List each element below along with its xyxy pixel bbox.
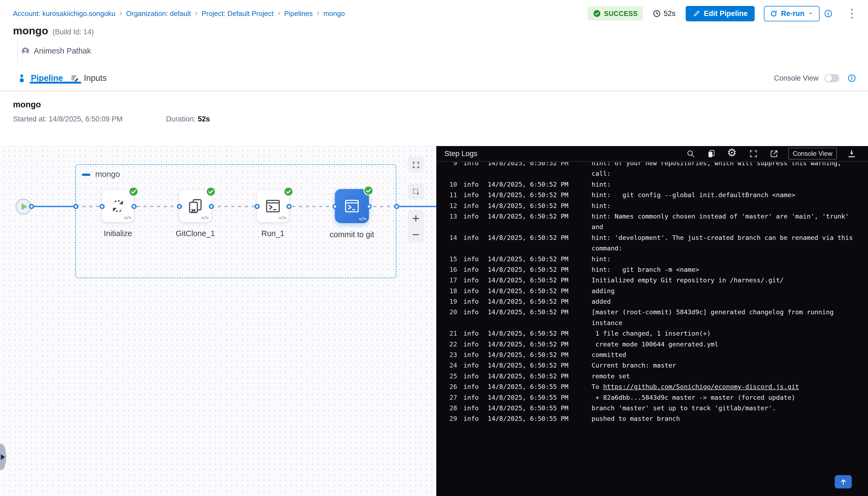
pipeline-canvas[interactable]: mongo </>Initialize</>GitClone_1</>Run_1… — [0, 146, 436, 496]
breadcrumb-item[interactable]: Project: Default Project — [202, 10, 274, 18]
copy-icon[interactable] — [707, 149, 716, 158]
log-message: + 82a6dbb...5843d9c master -> master (fo… — [592, 392, 868, 403]
edit-pipeline-button[interactable]: Edit Pipeline — [686, 6, 755, 21]
scroll-to-top-button[interactable] — [835, 475, 852, 489]
log-timestamp — [488, 243, 592, 254]
download-logs-icon[interactable] — [847, 149, 856, 158]
log-message: Current branch: master — [592, 360, 868, 371]
log-row-wrap: instance — [436, 318, 868, 328]
log-timestamp: 14/8/2025, 6:50:52 PM — [488, 328, 592, 339]
tab-inputs-label: Inputs — [84, 73, 107, 83]
connector-line — [31, 206, 76, 207]
log-row: 27info14/8/2025, 6:50:55 PM + 82a6dbb...… — [436, 392, 868, 403]
log-line-number: 16 — [436, 264, 457, 275]
console-view-info-icon[interactable] — [848, 74, 856, 82]
log-line-number — [436, 169, 457, 179]
log-row: 28info14/8/2025, 6:50:55 PMbranch 'maste… — [436, 403, 868, 414]
connector-dot — [29, 204, 34, 209]
author-name: Animesh Pathak — [34, 47, 91, 56]
zoom-in-button[interactable]: + — [408, 210, 424, 226]
execution-pipeline-name: mongo — [13, 100, 41, 110]
tab-pipeline[interactable]: Pipeline — [17, 73, 63, 83]
log-level: info — [457, 414, 488, 424]
settings-gear-icon[interactable]: ⚙ — [727, 148, 737, 159]
log-row: 26info14/8/2025, 6:50:55 PMTo https://gi… — [436, 382, 868, 392]
canvas-zoom-controls: + − — [408, 210, 424, 243]
log-level — [457, 222, 488, 232]
log-level: info — [457, 233, 488, 243]
log-message: 1 file changed, 1 insertion(+) — [592, 328, 868, 339]
log-level — [457, 169, 488, 179]
connector-dot — [99, 204, 105, 209]
log-message: hint: Names commonly chosen instead of '… — [592, 211, 868, 222]
log-timestamp: 14/8/2025, 6:50:52 PM — [488, 339, 592, 350]
log-timestamp: 14/8/2025, 6:50:52 PM — [488, 371, 592, 382]
console-view-button[interactable]: Console View — [788, 148, 837, 159]
log-line-number: 15 — [436, 254, 457, 264]
log-message: Initialized empty Git repository in /har… — [592, 275, 868, 285]
check-circle-icon — [593, 10, 601, 18]
log-panel-title: Step Logs — [445, 150, 477, 158]
log-message: pushed to master branch — [592, 414, 868, 424]
open-external-icon[interactable] — [770, 149, 778, 158]
git-clone-icon — [187, 198, 204, 215]
expand-logs-icon[interactable] — [749, 149, 758, 158]
execution-meta: mongo Started at: 14/8/2025, 6:50:09 PM … — [0, 91, 436, 146]
step-node-commit-to-git[interactable]: </> — [335, 189, 369, 223]
log-row: 13info14/8/2025, 6:50:52 PMhint: Names c… — [436, 211, 868, 222]
search-icon[interactable] — [686, 149, 695, 158]
log-level: info — [457, 254, 488, 264]
panel-expand-handle[interactable] — [0, 444, 6, 470]
log-row: 10info14/8/2025, 6:50:52 PMhint: — [436, 179, 868, 190]
log-level: info — [457, 371, 488, 382]
connector-dot — [73, 204, 78, 209]
log-timestamp: 14/8/2025, 6:50:52 PM — [488, 360, 592, 371]
started-at: Started at: 14/8/2025, 6:50:09 PM — [13, 115, 123, 123]
log-level: info — [457, 275, 488, 285]
log-level: info — [457, 201, 488, 211]
rerun-button[interactable]: Re-run — [764, 6, 820, 21]
stage-collapse-button[interactable] — [82, 174, 90, 176]
connector-dot — [209, 204, 214, 209]
log-link[interactable]: https://github.com/Sonichigo/economy-dis… — [603, 383, 799, 390]
step-logs-panel: Step Logs ⚙ Console View 9info14/8/2025,… — [436, 146, 868, 496]
more-options-menu[interactable] — [850, 7, 854, 20]
log-row: 11info14/8/2025, 6:50:52 PMhint: git con… — [436, 190, 868, 200]
zoom-out-button[interactable]: − — [408, 226, 424, 243]
breadcrumb-separator: › — [120, 9, 122, 18]
log-message: branch 'master' set up to track 'gitlab/… — [592, 403, 868, 414]
info-icon[interactable] — [824, 9, 833, 18]
log-row: 20info14/8/2025, 6:50:52 PM[master (root… — [436, 307, 868, 317]
breadcrumb-item[interactable]: Organization: default — [126, 10, 191, 18]
step-node-run_1[interactable]: </> — [257, 190, 289, 222]
step-node-initialize[interactable]: </> — [102, 190, 134, 222]
step-node-gitclone_1[interactable]: </> — [179, 190, 211, 222]
build-id: (Build Id: 14) — [52, 28, 94, 36]
breadcrumb-item[interactable]: Account: kurosakiichigo.songoku — [13, 10, 115, 18]
log-timestamp: 14/8/2025, 6:50:52 PM — [488, 296, 592, 307]
log-row: 23info14/8/2025, 6:50:52 PMcommitted — [436, 350, 868, 360]
log-timestamp: 14/8/2025, 6:50:52 PM — [488, 179, 592, 190]
log-timestamp: 14/8/2025, 6:50:52 PM — [488, 254, 592, 264]
code-badge-icon: </> — [359, 216, 366, 221]
canvas-fullscreen-button[interactable] — [408, 157, 424, 173]
log-message: hint: git branch -m <name> — [592, 264, 868, 275]
log-message: command: — [592, 243, 868, 254]
breadcrumb-item[interactable]: Pipelines — [284, 10, 313, 18]
canvas-select-mode-button[interactable] — [408, 184, 424, 200]
log-level: info — [457, 190, 488, 200]
connector-dot — [367, 204, 372, 209]
log-row-wrap: call: — [436, 169, 868, 179]
log-line-number: 18 — [436, 286, 457, 296]
log-timestamp: 14/8/2025, 6:50:52 PM — [488, 162, 592, 169]
console-view-toggle[interactable] — [824, 74, 839, 82]
log-line-number: 17 — [436, 275, 457, 285]
log-timestamp — [488, 222, 592, 232]
breadcrumb: Account: kurosakiichigo.songoku›Organiza… — [13, 9, 345, 18]
tab-inputs[interactable]: Inputs — [70, 73, 107, 83]
log-timestamp: 14/8/2025, 6:50:52 PM — [488, 190, 592, 200]
breadcrumb-item[interactable]: mongo — [323, 10, 345, 18]
log-output[interactable]: 9info14/8/2025, 6:50:52 PMhint: of your … — [436, 162, 868, 496]
page-title: mongo (Build Id: 14) — [13, 25, 94, 37]
log-message: call: — [592, 169, 868, 179]
